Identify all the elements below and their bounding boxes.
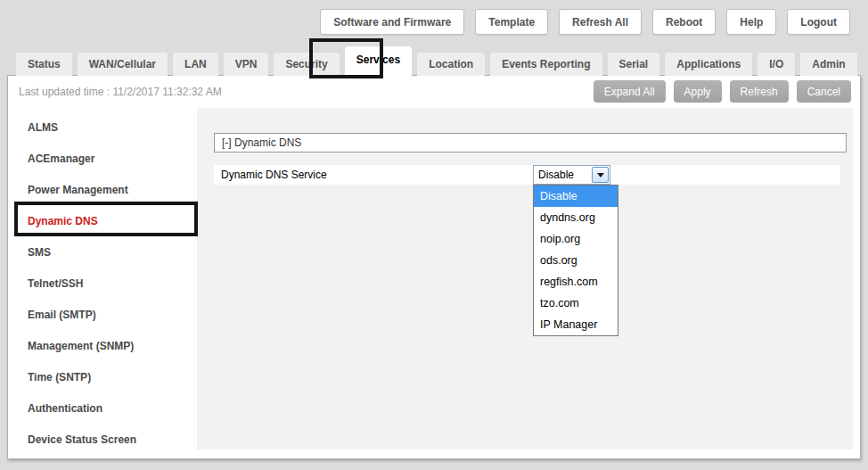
tab-wan-cellular[interactable]: WAN/Cellular — [78, 53, 168, 76]
sidebar-item-acemanager[interactable]: ACEmanager — [8, 144, 197, 175]
sidebar-item-authentication[interactable]: Authentication — [8, 393, 197, 425]
option-regfish-com[interactable]: regfish.com — [534, 271, 618, 293]
chevron-down-icon — [597, 173, 604, 177]
main-tab-bar: Status WAN/Cellular LAN VPN Security Ser… — [16, 46, 857, 76]
tab-services[interactable]: Services — [345, 46, 412, 76]
option-noip-org[interactable]: noip.org — [534, 228, 618, 250]
content-area: [-] Dynamic DNS Dynamic DNS Service Disa… — [197, 108, 853, 449]
apply-button[interactable]: Apply — [674, 80, 722, 103]
logout-button[interactable]: Logout — [787, 9, 850, 35]
tab-io[interactable]: I/O — [757, 53, 795, 76]
sidebar-item-sms[interactable]: SMS — [8, 237, 197, 268]
tab-admin[interactable]: Admin — [800, 53, 856, 76]
option-ods-org[interactable]: ods.org — [534, 250, 618, 271]
tab-applications[interactable]: Applications — [665, 53, 752, 76]
tab-status[interactable]: Status — [16, 53, 72, 76]
option-ip-manager[interactable]: IP Manager — [534, 314, 618, 335]
select-current-value: Disable — [534, 166, 591, 184]
select-dropdown-button[interactable] — [592, 167, 609, 183]
expand-all-button[interactable]: Expand All — [594, 80, 666, 103]
sidebar-item-power-management[interactable]: Power Management — [8, 175, 197, 206]
sidebar-item-dynamic-dns[interactable]: Dynamic DNS — [8, 206, 197, 237]
refresh-button[interactable]: Refresh — [730, 80, 789, 103]
option-dyndns-org[interactable]: dyndns.org — [534, 207, 618, 228]
dynamic-dns-service-select[interactable]: Disable — [533, 165, 610, 185]
sidebar-item-management-snmp[interactable]: Management (SNMP) — [8, 331, 197, 362]
tab-events-reporting[interactable]: Events Reporting — [490, 53, 602, 76]
dynamic-dns-service-dropdown-list: Disable dyndns.org noip.org ods.org regf… — [533, 185, 618, 336]
sidebar-item-email-smtp[interactable]: Email (SMTP) — [8, 300, 197, 331]
dynamic-dns-service-label: Dynamic DNS Service — [214, 165, 840, 185]
help-button[interactable]: Help — [726, 9, 776, 35]
acemanager-screen: Software and Firmware Template Refresh A… — [0, 0, 868, 470]
software-and-firmware-button[interactable]: Software and Firmware — [320, 9, 464, 35]
tab-serial[interactable]: Serial — [608, 53, 660, 76]
cancel-button[interactable]: Cancel — [797, 80, 851, 103]
sidebar-item-time-sntp[interactable]: Time (SNTP) — [8, 362, 197, 393]
template-button[interactable]: Template — [475, 9, 548, 35]
main-panel: Last updated time : 11/2/2017 11:32:32 A… — [7, 75, 861, 459]
tab-vpn[interactable]: VPN — [224, 53, 269, 76]
refresh-all-button[interactable]: Refresh All — [559, 9, 642, 35]
option-tzo-com[interactable]: tzo.com — [534, 293, 618, 314]
sidebar-item-telnet-ssh[interactable]: Telnet/SSH — [8, 268, 197, 300]
dynamic-dns-service-row: Dynamic DNS Service — [214, 165, 840, 185]
last-updated-text: Last updated time : 11/2/2017 11:32:32 A… — [19, 86, 222, 98]
sidebar-item-device-status-screen[interactable]: Device Status Screen — [8, 425, 197, 456]
tab-security[interactable]: Security — [274, 53, 339, 76]
option-disable[interactable]: Disable — [534, 186, 618, 207]
tab-location[interactable]: Location — [417, 53, 485, 76]
action-button-row: Expand All Apply Refresh Cancel — [594, 80, 851, 103]
dynamic-dns-group-header[interactable]: [-] Dynamic DNS — [214, 133, 847, 153]
reboot-button[interactable]: Reboot — [652, 9, 716, 35]
sidebar-item-alms[interactable]: ALMS — [8, 112, 197, 144]
sidebar-menu: ALMS ACEmanager Power Management Dynamic… — [8, 108, 197, 458]
top-button-row: Software and Firmware Template Refresh A… — [320, 9, 850, 35]
tab-lan[interactable]: LAN — [173, 53, 218, 76]
